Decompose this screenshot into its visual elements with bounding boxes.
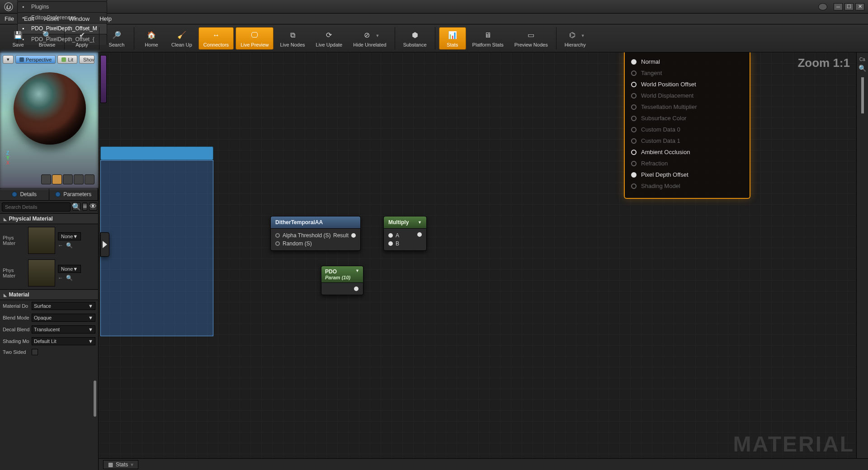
window-minimize-button[interactable]: ─ [834,3,843,10]
property-label: Blend Mode [3,315,32,320]
menu-asset[interactable]: Asset [44,15,59,22]
pin-icon [631,93,637,99]
details-search-input[interactable] [2,202,71,212]
use-selected-icon[interactable]: ← [58,242,63,249]
toolbar-stats-button[interactable]: 📊Stats [439,27,466,50]
property-dropdown[interactable]: Opaque▼ [32,314,95,322]
node-dithertemporalaa[interactable]: DitherTemporalAA Alpha Threshold (S) Ran… [270,216,361,251]
preview-viewport[interactable]: ▾ Perspective Lit Show ZYX [0,52,98,188]
details-tab[interactable]: Details [0,188,49,200]
toolbar-livepreview-button[interactable]: 🖵Live Preview [236,27,274,50]
output-pin-shading-model: Shading Model [630,180,744,192]
toolbar-browse-button[interactable]: 🔍Browse [33,28,61,49]
parameters-tab[interactable]: Parameters [49,188,99,200]
material-output-node[interactable]: NormalTangentWorld Position OffsetWorld … [624,52,750,199]
browse-to-icon[interactable]: 🔍 [66,275,73,281]
offscreen-node-stub[interactable] [100,232,109,257]
toolbar-livenodes-button[interactable]: ⧉Live Nodes [275,28,309,49]
viewport-menu-button[interactable]: ▾ [3,55,14,64]
toolbar-apply-button[interactable]: ✔Apply [68,28,95,49]
toolbar-cleanup-button[interactable]: 🧹Clean Up [167,28,197,49]
window-close-button[interactable]: ✕ [855,3,864,10]
node-multiply[interactable]: Multiply▼ A B [383,216,427,251]
left-panel: ▾ Perspective Lit Show ZYX Details Param… [0,52,99,470]
chevron-down-icon[interactable]: ▼ [418,220,422,225]
viewport-lit-button[interactable]: Lit [57,55,77,64]
axis-gizmo: ZYX [6,150,9,165]
viewport-perspective-button[interactable]: Perspective [15,55,56,64]
stats-tab[interactable]: ▦Stats▾ [103,460,138,469]
output-pin-pixel-depth-offset[interactable]: Pixel Depth Offset [630,169,744,180]
livenodes-icon: ⧉ [286,29,299,41]
toolbar-hideunrelated-button[interactable]: ⊘▼Hide Unrelated [349,28,391,49]
use-selected-icon[interactable]: ← [58,275,63,281]
search-icon: 🔎 [110,29,123,41]
output-pin-ambient-occlusion[interactable]: Ambient Occlusion [630,146,744,158]
shape-plane-button[interactable] [63,174,73,184]
details-filter-button[interactable]: ≡ [82,202,87,211]
menu-window[interactable]: Window [69,15,90,22]
output-pin-tangent: Tangent [630,67,744,79]
menu-help[interactable]: Help [99,15,112,22]
menu-bar: File Edit Asset Window Help [0,14,868,24]
main-toolbar: 💾Save🔍Browse✔Apply🔎Search🏠Home🧹Clean Up↔… [0,24,868,52]
menu-file[interactable]: File [5,15,14,22]
shape-mesh-button[interactable] [85,174,94,184]
asset-thumbnail[interactable] [28,227,55,254]
search-icon[interactable]: 🔍 [72,202,80,211]
category-material[interactable]: Material [0,289,98,300]
material-graph-canvas[interactable]: DitherTemporalAA Alpha Threshold (S) Ran… [99,52,868,470]
toolbar-platformstats-button[interactable]: 🖥Platform Stats [468,28,508,49]
pin-icon [631,104,637,110]
apply-icon: ✔ [75,29,89,41]
comment-edge-stub[interactable] [100,55,107,103]
browse-to-icon[interactable]: 🔍 [66,242,73,249]
category-physical-material[interactable]: Physical Material [0,213,98,224]
source-control-status-icon[interactable] [818,3,827,10]
menu-edit[interactable]: Edit [24,15,34,22]
toolbar-search-button[interactable]: 🔎Search [103,28,130,49]
output-pin-world-position-offset[interactable]: World Position Offset [630,79,744,90]
asset-dropdown[interactable]: None ▼ [58,232,81,240]
asset-thumbnail[interactable] [28,259,55,287]
output-pin-normal[interactable]: Normal [630,56,744,67]
toolbar-substance-button[interactable]: ⬢Substance [399,28,431,49]
asset-dropdown[interactable]: None ▼ [58,265,81,273]
node-pdo-param[interactable]: PDO▼ Param (10) [321,266,363,295]
toolbar-home-button[interactable]: 🏠Home [138,28,165,49]
preview-sphere [14,72,86,145]
search-icon[interactable]: 🔍 [859,65,866,72]
comment-box-header[interactable] [100,146,213,160]
property-checkbox[interactable] [32,349,38,355]
pin-icon [631,172,637,178]
pin-icon [631,150,637,155]
chevron-down-icon[interactable]: ▼ [355,268,359,275]
output-pin-world-displacement: World Displacement [630,90,744,101]
details-scrollbar[interactable] [94,381,96,417]
toolbar-connectors-button[interactable]: ↔Connectors [198,27,234,50]
zoom-indicator: Zoom 1:1 [797,56,850,70]
shape-cylinder-button[interactable] [41,174,51,184]
comment-box-body[interactable] [100,160,213,336]
editor-tab[interactable]: ▪Plugins [17,1,107,12]
palette-tab-label[interactable]: Ca [859,57,865,62]
property-dropdown[interactable]: Surface▼ [32,302,95,310]
livepreview-icon: 🖵 [248,29,261,41]
window-maximize-button[interactable]: ☐ [844,3,854,10]
property-dropdown[interactable]: Default Lit▼ [32,337,95,345]
toolbar-liveupdate-button[interactable]: ⟳Live Update [311,28,347,49]
shape-cube-button[interactable] [74,174,84,184]
toolbar-hierarchy-button[interactable]: ⌬▼Hierarchy [560,28,590,49]
property-label: Decal Blend [3,327,32,332]
toolbar-save-button[interactable]: 💾Save [5,28,32,49]
shape-sphere-button[interactable] [52,174,62,184]
palette-scrollbar[interactable] [861,77,864,113]
property-label: Phys Mater [3,268,25,278]
right-sidebar-collapsed[interactable]: Ca 🔍 [856,52,868,470]
property-dropdown[interactable]: Translucent▼ [32,325,95,334]
details-eye-button[interactable]: 👁 [89,202,97,211]
toolbar-previewnodes-button[interactable]: ▭Preview Nodes [510,28,552,49]
pin-icon [631,82,637,87]
viewport-show-button[interactable]: Show [79,55,94,64]
output-pin-refraction: Refraction [630,158,744,169]
